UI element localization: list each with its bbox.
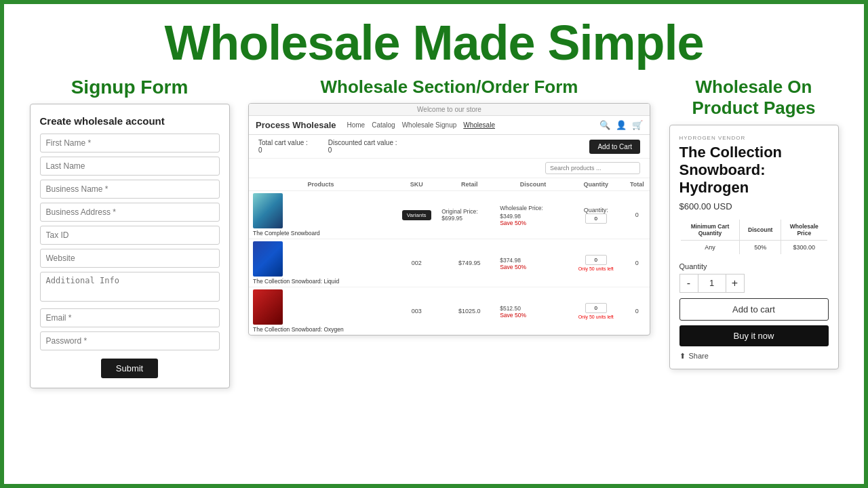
product-name-2: The Collection Snowboard: Liquid [253,278,391,285]
pc-discount-val: 50% [740,240,781,255]
product-total-1: 0 [625,191,650,239]
nav-wholesale-signup[interactable]: Wholesale Signup [402,121,457,129]
first-name-input[interactable] [40,134,220,152]
business-name-input[interactable] [40,180,220,199]
pc-wholesale-table: Minimum CartQuantity Discount WholesaleP… [679,218,829,256]
email-input[interactable] [40,308,220,327]
wc-brand: Process Wholesale [256,120,336,130]
main-container: Wholesale Made Simple Signup Form Create… [4,4,864,484]
section-product-title: Wholesale OnProduct Pages [692,77,815,119]
product-discount-3: $512.50 Save 50% [498,287,568,336]
pc-vendor: HYDROGEN VENDOR [679,135,829,141]
qty-note-2: Only 50 units left [569,266,623,271]
qty-minus-button[interactable]: - [679,274,698,293]
section-wholesale-order: Wholesale Section/Order Form Welcome to … [248,77,650,336]
pc-price: $600.00 USD [679,201,829,211]
account-icon[interactable]: 👤 [616,120,627,130]
password-input[interactable] [40,331,220,350]
nav-home[interactable]: Home [347,121,366,129]
section-signup-title: Signup Form [71,77,189,98]
qty-note-3: Only 50 units left [569,314,623,319]
wc-discounted-cart-label: Discounted cart value : 0 [328,139,397,154]
last-name-input[interactable] [40,157,220,176]
nav-catalog[interactable]: Catalog [372,121,395,129]
wc-product-table: Products SKU Retail Discount Quantity To… [249,178,650,335]
pc-product-title: The Collection Snowboard: Hydrogen [679,144,829,197]
cart-icon[interactable]: 🛒 [632,120,643,130]
wc-nav-icons: 🔍 👤 🛒 [599,120,643,130]
product-retail-3: $1025.0 [440,287,498,336]
col-total: Total [625,178,650,191]
product-retail-1: Original Price: $699.95 [440,191,498,239]
product-image-1 [253,193,283,228]
product-total-3: 0 [625,287,650,336]
share-icon: ⬆ [679,352,686,361]
signup-card: Create wholesale account Submit [30,104,230,388]
share-label: Share [689,352,709,360]
pc-quantity-row: - + [679,274,829,293]
pc-quantity-label: Quantity [679,262,829,270]
add-to-cart-button[interactable]: Add to Cart [589,140,640,154]
col-retail: Retail [440,178,498,191]
wholesale-card: Welcome to our store Process Wholesale H… [248,103,650,336]
add-to-cart-button[interactable]: Add to cart [679,298,829,321]
product-sku-1: Variants [393,191,440,239]
product-card: HYDROGEN VENDOR The Collection Snowboard… [669,125,839,369]
col-quantity: Quantity [568,178,625,191]
pc-col-min-qty: Minimum CartQuantity [680,219,740,241]
additional-info-input[interactable] [40,272,220,302]
website-input[interactable] [40,249,220,268]
variants-button-1[interactable]: Variants [402,210,431,220]
pc-col-discount: Discount [740,219,781,241]
wc-search-bar [249,159,650,178]
sections-row: Signup Form Create wholesale account Sub… [24,77,844,472]
product-quantity-1: Quantity: [568,191,625,239]
nav-wholesale[interactable]: Wholesale [463,121,495,129]
product-image-2 [253,241,283,277]
col-products: Products [249,178,393,191]
qty-input-1[interactable] [585,214,607,224]
table-row: The Complete Snowboard Variants Original… [249,191,650,239]
pc-min-qty-val: Any [680,240,740,255]
pc-wholesale-row: Any 50% $300.00 [680,240,828,255]
table-row: The Collection Snowboard: Liquid 002 $74… [249,239,650,287]
product-name-3: The Collection Snowboard: Oxygen [253,326,391,333]
product-quantity-3: Only 50 units left [568,287,625,336]
wc-top-bar: Welcome to our store [249,104,650,116]
search-input[interactable] [545,162,640,174]
pc-col-wholesale-price: WholesalePrice [781,219,828,241]
product-quantity-2: Only 50 units left [568,239,625,287]
wc-nav-links: Home Catalog Wholesale Signup Wholesale [347,121,596,129]
wc-cart-summary: Total cart value : 0 Discounted cart val… [249,135,650,159]
table-row: The Collection Snowboard: Oxygen 003 $10… [249,287,650,336]
wc-nav: Process Wholesale Home Catalog Wholesale… [249,116,650,135]
wc-total-cart-label: Total cart value : 0 [258,139,308,154]
section-product-page: Wholesale OnProduct Pages HYDROGEN VENDO… [664,77,844,369]
qty-input-2[interactable] [585,255,607,265]
product-name-1: The Complete Snowboard [253,230,391,237]
product-discount-2: $374.98 Save 50% [498,239,568,287]
section-signup: Signup Form Create wholesale account Sub… [24,77,235,388]
share-section[interactable]: ⬆ Share [679,352,829,361]
buy-now-button[interactable]: Buy it now [679,325,829,346]
pc-wholesale-price-val: $300.00 [781,240,828,255]
qty-input-3[interactable] [585,303,607,313]
product-sku-3: 003 [393,287,440,336]
product-sku-2: 002 [393,239,440,287]
tax-id-input[interactable] [40,226,220,245]
col-sku: SKU [393,178,440,191]
qty-value-input[interactable] [698,274,726,293]
col-discount: Discount [498,178,568,191]
product-total-2: 0 [625,239,650,287]
signup-card-title: Create wholesale account [40,115,220,127]
qty-plus-button[interactable]: + [726,274,745,293]
business-address-input[interactable] [40,203,220,222]
product-retail-2: $749.95 [440,239,498,287]
product-image-3 [253,289,283,325]
search-icon[interactable]: 🔍 [599,120,610,130]
section-wholesale-title: Wholesale Section/Order Form [321,77,578,98]
product-discount-1: Wholesale Price: $349.98 Save 50% [498,191,568,239]
submit-button[interactable]: Submit [101,359,158,378]
main-title: Wholesale Made Simple [24,16,844,70]
